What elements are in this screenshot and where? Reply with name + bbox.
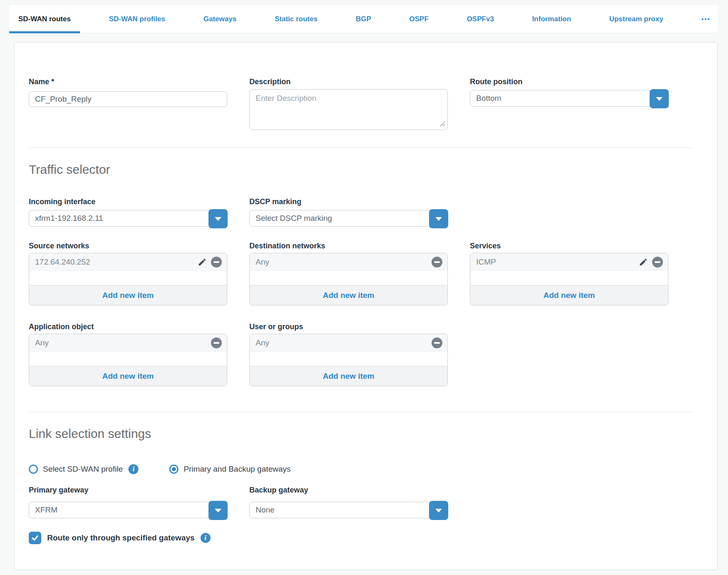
description-textarea[interactable] (249, 89, 448, 130)
application-object-list: Any Add new item (29, 334, 227, 386)
radio-label: Primary and Backup gateways (183, 465, 291, 474)
add-new-item-button[interactable]: Add new item (250, 366, 447, 386)
tab-ospfv3[interactable]: OSPFv3 (457, 5, 503, 33)
primary-gateway-dropdown-button[interactable] (208, 501, 228, 520)
section-divider (29, 412, 694, 412)
app-users-row: Application object Any Add new item User… (29, 322, 694, 386)
name-label: Name * (29, 78, 227, 86)
name-field-group: Name * (29, 78, 227, 107)
remove-icon[interactable] (432, 338, 442, 348)
remove-icon[interactable] (652, 257, 663, 268)
list-item: Any (29, 334, 227, 352)
radio-unchecked-icon[interactable] (29, 465, 38, 474)
tab-gateways[interactable]: Gateways (194, 5, 246, 33)
destination-networks-list: Any Add new item (249, 253, 448, 305)
traffic-selector-title: Traffic selector (29, 162, 694, 177)
list-item-label: ICMP (476, 258, 639, 267)
application-object-group: Application object Any Add new item (29, 322, 227, 386)
tab-nav: SD-WAN routes SD-WAN profiles Gateways S… (9, 5, 717, 33)
add-new-item-button[interactable]: Add new item (470, 285, 668, 305)
edit-icon[interactable] (639, 258, 648, 267)
add-new-item-button[interactable]: Add new item (250, 285, 447, 305)
link-mode-radio-row: Select SD-WAN profile i Primary and Back… (29, 464, 694, 474)
backup-gateway-select[interactable]: None (249, 502, 448, 518)
dscp-marking-label: DSCP marking (249, 198, 448, 206)
list-empty-area (470, 271, 668, 285)
primary-gateway-label: Primary gateway (29, 486, 227, 494)
dscp-marking-dropdown-button[interactable] (429, 209, 448, 228)
info-icon[interactable]: i (201, 533, 211, 543)
list-empty-area (250, 352, 447, 366)
tabs-overflow-menu-icon[interactable]: ••• (692, 5, 717, 33)
add-new-item-button[interactable]: Add new item (29, 285, 227, 305)
radio-select-sdwan-profile[interactable]: Select SD-WAN profile i (29, 464, 138, 474)
incoming-interface-field-group: Incoming interface xfrm1-192.168.2.11 (29, 198, 227, 227)
services-label: Services (470, 242, 668, 250)
user-or-groups-label: User or groups (249, 322, 448, 331)
dscp-field-group: DSCP marking Select DSCP marking (249, 198, 448, 227)
source-networks-group: Source networks 172.64.240.252 Add new i… (29, 242, 227, 305)
remove-icon[interactable] (211, 338, 222, 348)
tab-information[interactable]: Information (523, 5, 580, 33)
incoming-interface-select[interactable]: xfrm1-192.168.2.11 (29, 210, 227, 227)
route-only-row: Route only through specified gateways i (29, 532, 694, 544)
primary-gateway-select[interactable]: XFRM (29, 502, 227, 518)
info-icon[interactable]: i (128, 464, 138, 474)
list-empty-area (250, 271, 447, 285)
checkbox-checked-icon[interactable] (29, 532, 41, 544)
gateways-row: Primary gateway XFRM Backup gateway None (29, 486, 694, 518)
remove-icon[interactable] (211, 257, 222, 268)
list-item: Any (250, 253, 447, 271)
interface-dscp-row: Incoming interface xfrm1-192.168.2.11 DS… (29, 198, 694, 227)
general-section: Name * Description Route position Bottom (29, 78, 694, 130)
backup-gateway-dropdown-button[interactable] (429, 501, 448, 520)
caret-down-icon (435, 217, 442, 221)
tab-ospf[interactable]: OSPF (400, 5, 438, 33)
list-item-label: Any (256, 338, 432, 348)
source-networks-list: 172.64.240.252 Add new item (29, 253, 227, 305)
tab-static-routes[interactable]: Static routes (266, 5, 327, 33)
list-item-label: Any (35, 338, 211, 348)
dscp-marking-value: Select DSCP marking (250, 210, 447, 226)
caret-down-icon (215, 509, 221, 512)
radio-primary-backup-gateways[interactable]: Primary and Backup gateways (169, 465, 291, 474)
radio-label: Select SD-WAN profile (43, 465, 123, 474)
route-position-dropdown-button[interactable] (650, 89, 669, 108)
description-label: Description (249, 78, 448, 86)
primary-gateway-value: XFRM (29, 502, 227, 518)
services-group: Services ICMP Add new item (470, 242, 668, 305)
tab-upstream-proxy[interactable]: Upstream proxy (600, 5, 672, 33)
tab-bar: SD-WAN routes SD-WAN profiles Gateways S… (9, 5, 717, 33)
radio-checked-icon[interactable] (169, 465, 178, 474)
list-item: 172.64.240.252 (29, 253, 227, 271)
caret-down-icon (435, 509, 442, 512)
add-new-item-button[interactable]: Add new item (29, 366, 227, 386)
remove-icon[interactable] (432, 257, 442, 268)
application-object-label: Application object (29, 322, 227, 331)
route-position-value: Bottom (470, 90, 668, 106)
description-field-group: Description (249, 78, 448, 130)
list-item: Any (250, 334, 447, 352)
sdwan-route-form-card: Name * Description Route position Bottom (14, 42, 718, 570)
tab-sdwan-routes[interactable]: SD-WAN routes (9, 5, 80, 33)
incoming-interface-dropdown-button[interactable] (208, 209, 228, 228)
resize-handle-icon[interactable] (439, 120, 446, 127)
edit-icon[interactable] (198, 258, 207, 267)
backup-gateway-field-group: Backup gateway None (249, 486, 448, 518)
source-networks-label: Source networks (29, 242, 227, 250)
incoming-interface-label: Incoming interface (29, 198, 227, 206)
tab-sdwan-profiles[interactable]: SD-WAN profiles (100, 5, 174, 33)
link-selection-title: Link selection settings (29, 426, 694, 441)
networks-services-row: Source networks 172.64.240.252 Add new i… (29, 242, 694, 305)
route-position-select[interactable]: Bottom (470, 90, 668, 107)
destination-networks-label: Destination networks (249, 242, 448, 250)
name-input[interactable] (29, 91, 227, 107)
backup-gateway-value: None (250, 502, 447, 518)
route-position-field-group: Route position Bottom (470, 78, 668, 107)
dscp-marking-select[interactable]: Select DSCP marking (249, 210, 448, 227)
section-divider (29, 148, 694, 148)
caret-down-icon (215, 217, 221, 221)
user-or-groups-list: Any Add new item (249, 334, 448, 386)
tab-bgp[interactable]: BGP (346, 5, 380, 33)
route-only-label: Route only through specified gateways (47, 533, 195, 542)
